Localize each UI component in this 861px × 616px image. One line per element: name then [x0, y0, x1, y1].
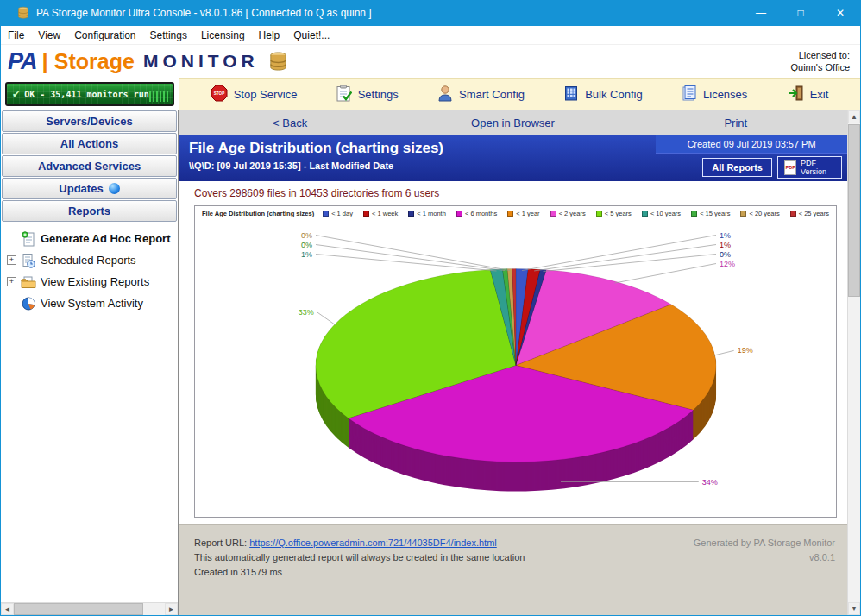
report-footer: Report URL: https://Q.office.poweradmin.… — [179, 524, 847, 615]
svg-text:12%: 12% — [720, 260, 735, 268]
svg-text:0%: 0% — [720, 250, 731, 259]
print-link[interactable]: Print — [625, 116, 847, 129]
legend-swatch — [507, 211, 513, 217]
file-age-pie-chart: 1%1%0%12%0%0%1%19%33%34% — [195, 219, 837, 517]
settings-icon — [336, 85, 352, 104]
svg-text:1%: 1% — [301, 250, 312, 259]
report-created-in: Created in 31579 ms — [194, 565, 833, 580]
legend-label: < 1 day — [331, 210, 353, 217]
menu-bar: FileViewConfigurationSettingsLicensingHe… — [1, 26, 860, 45]
maximize-button[interactable]: □ — [781, 0, 820, 26]
window-controls: — □ ✕ — [741, 0, 860, 26]
sidebar-button-advanced-services[interactable]: Advanced Services — [2, 155, 177, 177]
sidebar-button-reports[interactable]: Reports — [2, 200, 177, 222]
toolbar-row: ✔ OK - 35,411 monitors run STOPStop Serv… — [1, 78, 860, 110]
status-led-text: OK - 35,411 monitors run — [24, 90, 149, 99]
expander-spacer — [7, 299, 16, 308]
app-icon — [16, 6, 30, 20]
scroll-up-arrow-icon[interactable]: ▲ — [848, 110, 860, 123]
legend-item-1-day: < 1 day — [323, 210, 353, 217]
scroll-left-arrow-icon[interactable]: ◄ — [1, 603, 14, 615]
bulk-config-button[interactable]: Bulk Config — [563, 85, 642, 104]
legend-swatch — [790, 211, 796, 217]
legend-swatch — [596, 211, 602, 217]
expand-plus-icon[interactable]: + — [7, 255, 16, 265]
legend-item-1-year: < 1 year — [507, 210, 539, 217]
menu-help[interactable]: Help — [252, 26, 287, 44]
scrollbar-thumb[interactable] — [14, 603, 143, 615]
report-url-link[interactable]: https://Q.office.poweradmin.com:721/4403… — [249, 537, 497, 548]
stop-service-label: Stop Service — [234, 88, 298, 101]
close-button[interactable]: ✕ — [820, 0, 860, 26]
scroll-down-arrow-icon[interactable]: ▼ — [848, 602, 860, 615]
svg-text:0%: 0% — [301, 241, 312, 249]
content-vertical-scrollbar[interactable]: ▲ ▼ — [847, 110, 860, 615]
legend-swatch — [642, 211, 648, 217]
legend-swatch — [550, 211, 556, 217]
pdf-version-button[interactable]: PDF PDF Version — [777, 156, 842, 179]
legend-swatch — [691, 211, 697, 217]
legend-label: < 1 week — [372, 210, 398, 217]
tree-item-generate-ad-hoc-report[interactable]: Generate Ad Hoc Report — [1, 228, 178, 249]
exit-button[interactable]: Exit — [787, 85, 829, 104]
menu-view[interactable]: View — [31, 26, 67, 44]
menu-settings[interactable]: Settings — [143, 26, 194, 44]
legend-item-6-months: < 6 months — [456, 210, 497, 217]
brand-bar: PA | Storage MONITOR Licensed to: Quinn'… — [1, 45, 860, 78]
minimize-button[interactable]: — — [741, 0, 781, 26]
legend-item-10-years: < 10 years — [642, 210, 681, 217]
main-toolbar: STOPStop ServiceSettingsSmart ConfigBulk… — [179, 78, 860, 110]
sidebar-button-servers-devices[interactable]: Servers/Devices — [2, 110, 177, 132]
sidebar-button-label: Reports — [68, 204, 110, 217]
brand-monitor: MONITOR — [143, 51, 259, 72]
scheduled-report-icon — [20, 253, 37, 268]
legend-label: < 6 months — [465, 210, 497, 217]
scroll-right-arrow-icon[interactable]: ► — [165, 603, 178, 615]
sidebar-horizontal-scrollbar[interactable]: ◄ ► — [1, 602, 178, 615]
tree-item-scheduled-reports[interactable]: +Scheduled Reports — [1, 249, 178, 271]
sidebar-button-all-actions[interactable]: All Actions — [2, 133, 177, 154]
menu-quiet[interactable]: Quiet!... — [286, 26, 336, 44]
legend-item-15-years: < 15 years — [691, 210, 730, 217]
legend-label: < 20 years — [749, 210, 779, 217]
status-led-cell: ✔ OK - 35,411 monitors run — [1, 78, 179, 110]
tree-item-view-existing-reports[interactable]: +View Existing Reports — [1, 271, 178, 292]
tree-item-label: Generate Ad Hoc Report — [41, 232, 171, 245]
tree-item-label: View System Activity — [41, 297, 143, 310]
scrollbar-track — [848, 298, 860, 602]
licenses-button[interactable]: Licenses — [682, 85, 747, 104]
legend-item-2-years: < 2 years — [550, 210, 586, 217]
stop-service-button[interactable]: STOPStop Service — [211, 85, 298, 104]
legend-item-1-week: < 1 week — [363, 210, 398, 217]
brand-storage: Storage — [54, 49, 135, 74]
exit-icon — [787, 85, 804, 104]
open-in-browser-link[interactable]: Open in Browser — [401, 116, 624, 129]
smart-config-icon — [437, 85, 453, 104]
sidebar-button-updates[interactable]: Updates — [2, 178, 177, 199]
menu-licensing[interactable]: Licensing — [194, 26, 252, 44]
expand-plus-icon[interactable]: + — [7, 277, 16, 286]
svg-text:34%: 34% — [702, 478, 718, 487]
stop-service-icon: STOP — [211, 85, 228, 104]
chart-panel: File Age Distribution (charting sizes) <… — [194, 205, 837, 518]
sidebar-button-label: All Actions — [60, 137, 118, 150]
menu-file[interactable]: File — [1, 26, 31, 44]
status-led: ✔ OK - 35,411 monitors run — [5, 82, 174, 106]
pdf-version-label: PDF Version — [801, 159, 835, 177]
legend-item-5-years: < 5 years — [596, 210, 632, 217]
bulk-config-label: Bulk Config — [585, 88, 642, 101]
reports-tree: Generate Ad Hoc Report+Scheduled Reports… — [1, 223, 178, 314]
bulk-config-icon — [563, 85, 579, 104]
smart-config-button[interactable]: Smart Config — [437, 85, 525, 104]
tree-item-label: View Existing Reports — [41, 275, 149, 288]
all-reports-button[interactable]: All Reports — [702, 158, 772, 177]
scrollbar-thumb[interactable] — [848, 124, 860, 297]
back-link[interactable]: < Back — [179, 116, 401, 129]
tree-item-view-system-activity[interactable]: View System Activity — [1, 292, 178, 314]
legend-label: < 15 years — [700, 210, 730, 217]
app-window: PA Storage Monitor Ultra Console - v8.0.… — [0, 0, 861, 616]
menu-configuration[interactable]: Configuration — [67, 26, 142, 44]
svg-text:STOP: STOP — [213, 91, 223, 96]
settings-button[interactable]: Settings — [336, 85, 399, 104]
svg-text:19%: 19% — [738, 346, 753, 355]
